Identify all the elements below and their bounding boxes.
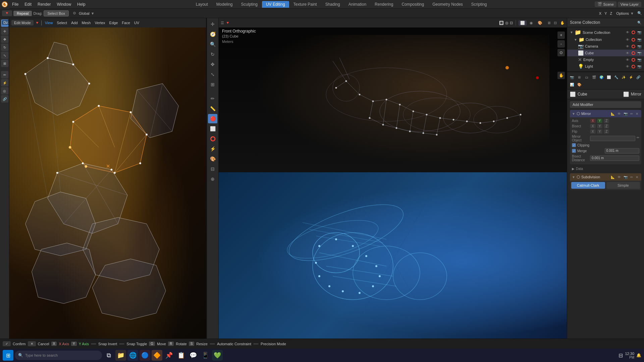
uv-face-btn[interactable]: Face: [120, 20, 131, 25]
taskbar-app5[interactable]: 📌: [164, 350, 174, 361]
tree-scene-collection[interactable]: ▼ 📁 Scene Collection 👁 ⭕ 📷: [567, 28, 644, 36]
merge-checkbox[interactable]: ✓: [572, 149, 576, 153]
scene-props-icon[interactable]: 🎬: [591, 74, 597, 80]
output-props-icon[interactable]: 🖥: [576, 74, 583, 80]
rip-tool[interactable]: ⚡: [1, 79, 8, 86]
side-tool-scale[interactable]: ⤡: [208, 70, 217, 79]
tab-texture-paint[interactable]: Texture Paint: [289, 1, 321, 8]
repeat-button[interactable]: Repeat: [13, 11, 32, 16]
side-tool-active[interactable]: 🔴: [208, 114, 217, 123]
axis-y-btn[interactable]: Y: [597, 119, 603, 123]
transform-tool[interactable]: ⊞: [1, 60, 8, 67]
taskbar-blender[interactable]: 🔶: [152, 350, 162, 361]
subdiv-display-icon[interactable]: 📐: [610, 175, 616, 179]
tree-light[interactable]: 💡 Light 👁 ⭕ 📷: [567, 63, 644, 70]
taskbar-edge[interactable]: 🌐: [127, 350, 138, 361]
taskbar-app8[interactable]: 📱: [200, 350, 211, 361]
bisect-dist-input[interactable]: 0.001 m: [590, 156, 639, 161]
taskbar-explorer[interactable]: 📁: [115, 350, 126, 361]
axis-z-btn[interactable]: Z: [604, 119, 609, 123]
viewport-hand-icon[interactable]: ✋: [560, 21, 565, 25]
mirror-display-icon[interactable]: 👁: [616, 112, 622, 116]
mirror-render-icon[interactable]: 📷: [623, 112, 629, 116]
catmull-clark-btn[interactable]: Catmull-Clark: [571, 182, 605, 189]
side-tool-lasso[interactable]: ⚡: [208, 144, 217, 154]
flip-y-btn[interactable]: Y: [597, 129, 603, 134]
uv-view-btn[interactable]: View: [44, 20, 54, 25]
mirror-modifier-header[interactable]: ▼ ⬡ Mirror 📐 👁 📷 ✏ ✕: [570, 110, 641, 117]
perspective-viewport[interactable]: [219, 172, 567, 349]
tab-rendering[interactable]: Rendering: [371, 1, 397, 8]
side-tool-paint[interactable]: 🎨: [208, 154, 217, 164]
front-ortho-viewport[interactable]: ☰ 🔻 🔳 ◎ ⊡ ⬜ ◉ 🎨 🖥 ⊟ ✋ Front Orthogra: [219, 18, 567, 172]
modifier-props-icon[interactable]: 🔧: [613, 74, 620, 80]
data-section[interactable]: ▶ Data: [570, 166, 641, 172]
cursor-tool[interactable]: ✛: [1, 27, 8, 35]
subdiv-apply-icon[interactable]: ✏: [629, 175, 634, 179]
subdiv-render-icon[interactable]: 👁: [616, 175, 622, 179]
data-props-icon[interactable]: 📊: [569, 81, 575, 88]
physics-props-icon[interactable]: ⚡: [628, 74, 634, 80]
rotate-tool[interactable]: ↻: [1, 44, 8, 51]
object-props-icon[interactable]: ⬜: [605, 74, 612, 80]
taskbar-chrome[interactable]: 🔵: [140, 350, 150, 361]
tab-layout[interactable]: Layout: [192, 1, 212, 8]
mirror-edit-icon[interactable]: ✏: [629, 112, 634, 116]
particles-props-icon[interactable]: ✨: [620, 74, 627, 80]
uv-add-btn[interactable]: Add: [70, 20, 79, 25]
flip-x-btn[interactable]: X: [590, 129, 596, 134]
annotate-tool[interactable]: ✏: [1, 71, 8, 78]
viewport-render2-icon[interactable]: 🖥: [545, 20, 552, 25]
options-label[interactable]: Options: [616, 11, 629, 15]
tab-modeling[interactable]: Modeling: [212, 1, 237, 8]
menu-window[interactable]: Window: [54, 1, 74, 7]
stitch-tool[interactable]: 🔗: [1, 95, 8, 103]
notification-icon[interactable]: 🔔: [636, 353, 641, 358]
render-props-icon[interactable]: 📷: [569, 74, 575, 80]
view-fit-btn[interactable]: ⊙: [557, 49, 565, 56]
zoom-in-btn[interactable]: +: [557, 32, 565, 39]
start-button[interactable]: ⊞: [3, 350, 13, 361]
add-modifier-button[interactable]: Add Modifier: [570, 101, 641, 108]
world-props-icon[interactable]: 🌍: [598, 74, 605, 80]
view-layer-selector[interactable]: View Layer: [618, 2, 641, 7]
tab-scripting[interactable]: Scripting: [467, 1, 491, 8]
tree-collection[interactable]: ▼ 📁 Collection 👁 ⭕ 📷: [567, 36, 644, 43]
menu-file[interactable]: File: [9, 1, 21, 7]
uv-vertex-btn[interactable]: Vertex: [93, 20, 106, 25]
viewport-render-icon[interactable]: 🎨: [536, 20, 544, 25]
viewport-menu-icon[interactable]: ☰: [221, 21, 224, 25]
tree-cube[interactable]: ⬜ Cube 👁 ⭕ 📷: [567, 50, 644, 56]
menu-edit[interactable]: Edit: [22, 1, 34, 7]
simple-btn[interactable]: Simple: [606, 182, 640, 189]
mirror-real-icon[interactable]: 📐: [610, 112, 616, 116]
axis-x-btn[interactable]: X: [590, 119, 596, 123]
side-tool-move[interactable]: ✥: [208, 60, 217, 69]
menu-render[interactable]: Render: [35, 1, 53, 7]
cancel-btn[interactable]: ✕: [28, 341, 36, 346]
snap-invert-btn[interactable]: [91, 343, 96, 345]
viewport-overlay-icon[interactable]: ◎: [505, 21, 508, 25]
tab-shading[interactable]: Shading: [321, 1, 344, 8]
side-tool-zoom[interactable]: 🔍: [208, 40, 217, 49]
side-tool-rotate[interactable]: ↻: [208, 50, 217, 59]
viewport-solid-icon[interactable]: ⬜: [519, 20, 527, 25]
menu-help[interactable]: Help: [74, 1, 88, 7]
side-tool-extrude[interactable]: ⊕: [208, 174, 217, 184]
tab-sculpting[interactable]: Sculpting: [237, 1, 262, 8]
tab-animation[interactable]: Animation: [344, 1, 370, 8]
tree-camera[interactable]: 📷 Camera 👁 ⭕ 📷: [567, 43, 644, 50]
subdivision-header[interactable]: ▼ ⬡ Subdivision 📐 👁 📷 ✏ ✕: [570, 173, 641, 181]
blender-logo[interactable]: [0, 0, 9, 9]
subdiv-close-icon[interactable]: ✕: [635, 175, 639, 179]
mirror-close-icon[interactable]: ✕: [635, 112, 639, 116]
bisect-z-btn[interactable]: Z: [604, 124, 609, 128]
material-props-icon[interactable]: 🎨: [576, 81, 583, 88]
view-layer-props-icon[interactable]: 🗂: [583, 74, 590, 80]
edit-mode-selector[interactable]: Edit Mode: [11, 20, 34, 25]
viewport-grid-icon[interactable]: ⊟: [554, 21, 557, 25]
scene-selector[interactable]: 🎬 Scene: [595, 1, 616, 7]
task-view-btn[interactable]: ⧉: [103, 350, 114, 361]
tab-compositing[interactable]: Compositing: [397, 1, 428, 8]
zoom-out-btn[interactable]: -: [557, 40, 565, 48]
